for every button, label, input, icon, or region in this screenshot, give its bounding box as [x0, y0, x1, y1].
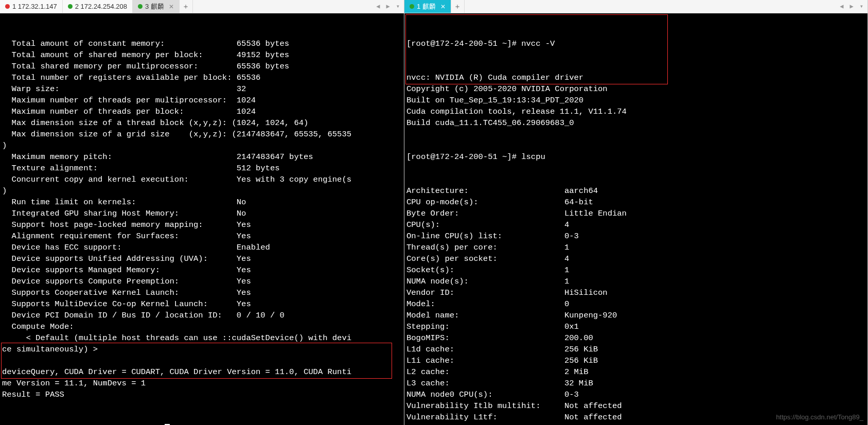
tab-label: 1 麒麟	[417, 2, 436, 11]
tab-label: 1 172.32.1.147	[12, 3, 57, 10]
nav-left-icon[interactable]: ◀	[374, 3, 382, 10]
left-terminal[interactable]: Total amount of constant memory: 65536 b…	[0, 13, 404, 425]
status-dot-icon	[138, 4, 143, 9]
tab-2[interactable]: 2 172.24.254.208	[63, 0, 133, 13]
nav-right-icon[interactable]: ▶	[848, 3, 856, 10]
nav-left-icon[interactable]: ◀	[838, 3, 845, 10]
tab-1[interactable]: 1 麒麟 ✕	[404, 0, 451, 13]
add-tab-button[interactable]: ＋	[451, 0, 465, 13]
left-tabbar: 1 172.32.1.147 2 172.24.254.208 3 麒麟 ✕ ＋…	[0, 0, 404, 13]
status-dot-icon	[68, 4, 73, 9]
tab-label: 2 172.24.254.208	[75, 3, 127, 10]
left-pane: 1 172.32.1.147 2 172.24.254.208 3 麒麟 ✕ ＋…	[0, 0, 404, 425]
tab-nav: ◀ ▶ ▾	[838, 0, 867, 13]
status-dot-icon	[410, 4, 414, 9]
add-tab-button[interactable]: ＋	[180, 0, 193, 13]
right-terminal[interactable]: [root@172-24-200-51 ~]# nvcc -V nvcc: NV…	[404, 13, 867, 425]
terminal-output: nvcc: NVIDIA (R) Cuda compiler driver Co…	[406, 72, 865, 129]
nav-right-icon[interactable]: ▶	[384, 3, 392, 10]
close-icon[interactable]: ✕	[169, 3, 174, 10]
right-pane: 1 麒麟 ✕ ＋ ◀ ▶ ▾ [root@172-24-200-51 ~]# n…	[404, 0, 868, 425]
tab-1[interactable]: 1 172.32.1.147	[0, 0, 63, 13]
tab-nav: ◀ ▶ ▾	[374, 0, 404, 13]
tab-3[interactable]: 3 麒麟 ✕	[133, 0, 180, 13]
nav-dropdown-icon[interactable]: ▾	[858, 3, 865, 10]
watermark: https://blog.csdn.net/Tong89_	[776, 412, 863, 423]
terminal-prompt: [root@172-24-200-51 ~]# nvcc -V	[406, 38, 865, 49]
status-dot-icon	[5, 4, 10, 9]
terminal-output: Architecture: aarch64 CPU op-mode(s): 64…	[406, 185, 865, 425]
terminal-prompt: [root@172-24-200-51 ~]# lscpu	[406, 151, 865, 163]
tab-label: 3 麒麟	[145, 2, 164, 11]
close-icon[interactable]: ✕	[440, 3, 446, 10]
right-tabbar: 1 麒麟 ✕ ＋ ◀ ▶ ▾	[404, 0, 867, 13]
terminal-prompt: [root@172-24-200-51 deviceQuery]#	[2, 423, 402, 425]
terminal-output: Total amount of constant memory: 65536 b…	[2, 38, 402, 400]
nav-dropdown-icon[interactable]: ▾	[394, 3, 402, 10]
